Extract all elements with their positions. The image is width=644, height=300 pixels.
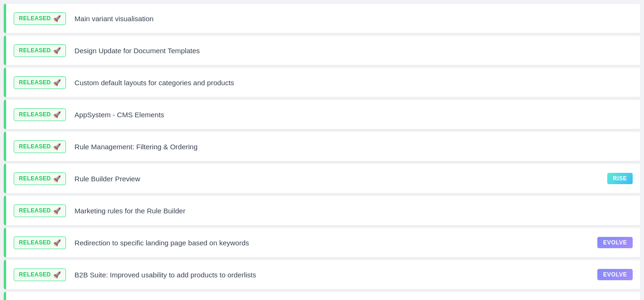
list-item[interactable]: RELEASED🚀Design Update for Document Temp…: [4, 36, 640, 65]
status-badge: RELEASED🚀: [14, 172, 66, 185]
rocket-icon: 🚀: [53, 239, 61, 246]
list-item[interactable]: RELEASED🚀Redirection to specific landing…: [4, 228, 640, 257]
item-title: Rule Builder Preview: [74, 175, 607, 183]
badge-label: RELEASED: [19, 175, 51, 182]
tag-badge[interactable]: EVOLVE: [597, 237, 633, 248]
badge-label: RELEASED: [19, 111, 51, 118]
status-badge: RELEASED🚀: [14, 108, 66, 121]
rocket-icon: 🚀: [53, 271, 61, 278]
rocket-icon: 🚀: [53, 47, 61, 54]
list-item[interactable]: RELEASED🚀Rule Builder PreviewRISE: [4, 164, 640, 193]
badge-label: RELEASED: [19, 271, 51, 278]
rocket-icon: 🚀: [53, 207, 61, 214]
status-indicator: [4, 100, 6, 129]
status-indicator: [4, 36, 6, 65]
list-item[interactable]: RELEASED🚀Main variant visualisation: [4, 4, 640, 33]
list-item[interactable]: RELEASED🚀AppSystem - CMS Elements: [4, 100, 640, 129]
status-indicator: [4, 292, 6, 300]
list-item[interactable]: RELEASED🚀B2B Suite: Improved usability t…: [4, 260, 640, 289]
item-title: Rule Management: Filtering & Ordering: [74, 143, 633, 151]
tag-badge[interactable]: EVOLVE: [597, 269, 633, 280]
status-indicator: [4, 4, 6, 33]
status-indicator: [4, 228, 6, 257]
item-title: AppSystem - CMS Elements: [74, 111, 633, 119]
item-title: Redirection to specific landing page bas…: [74, 239, 597, 247]
item-title: B2B Suite: Improved usability to add pro…: [74, 271, 597, 279]
status-badge: RELEASED🚀: [14, 12, 66, 25]
rocket-icon: 🚀: [53, 15, 61, 22]
list-item[interactable]: RELEASED🚀Rule Management: Filtering & Or…: [4, 132, 640, 161]
status-indicator: [4, 164, 6, 193]
rocket-icon: 🚀: [53, 143, 61, 150]
status-indicator: [4, 260, 6, 289]
status-badge: RELEASED🚀: [14, 268, 66, 281]
status-indicator: [4, 68, 6, 97]
feature-list: RELEASED🚀Main variant visualisationRELEA…: [4, 4, 640, 300]
status-badge: RELEASED🚀: [14, 140, 66, 153]
rocket-icon: 🚀: [53, 111, 61, 118]
item-title: Design Update for Document Templates: [74, 47, 633, 55]
badge-label: RELEASED: [19, 143, 51, 150]
rocket-icon: 🚀: [53, 175, 61, 182]
status-badge: RELEASED🚀: [14, 204, 66, 217]
status-indicator: [4, 132, 6, 161]
status-badge: RELEASED🚀: [14, 236, 66, 249]
tag-badge[interactable]: RISE: [607, 173, 633, 184]
badge-label: RELEASED: [19, 47, 51, 54]
item-title: Main variant visualisation: [74, 15, 633, 23]
badge-label: RELEASED: [19, 239, 51, 246]
badge-label: RELEASED: [19, 207, 51, 214]
rocket-icon: 🚀: [53, 79, 61, 86]
item-title: Marketing rules for the Rule Builder: [74, 207, 633, 215]
status-badge: RELEASED🚀: [14, 76, 66, 89]
badge-label: RELEASED: [19, 79, 51, 86]
list-item[interactable]: RELEASED🚀Marketing rules for the Rule Bu…: [4, 196, 640, 225]
badge-label: RELEASED: [19, 15, 51, 22]
status-indicator: [4, 196, 6, 225]
list-item[interactable]: RELEASED🚀B2B Suite: Easy transfer of pro…: [4, 292, 640, 300]
item-title: Custom default layouts for categories an…: [74, 79, 633, 87]
status-badge: RELEASED🚀: [14, 44, 66, 57]
list-item[interactable]: RELEASED🚀Custom default layouts for cate…: [4, 68, 640, 97]
